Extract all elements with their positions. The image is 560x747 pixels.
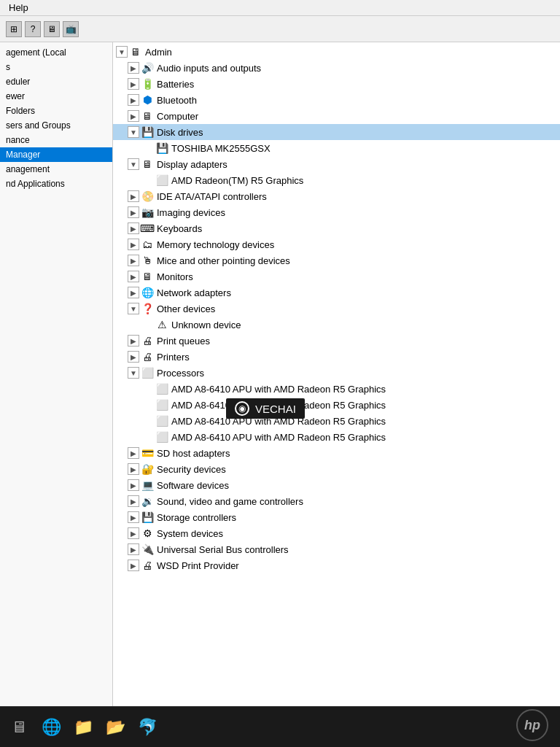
sidebar-item-nance[interactable]: nance xyxy=(0,133,112,147)
fingerprint-icon: ◉ xyxy=(235,401,249,416)
expand-print-queues[interactable]: ▶ xyxy=(128,335,139,347)
tree-node-display-adapters[interactable]: ▼ 🖥 Display adapters xyxy=(113,156,560,172)
taskbar-computer[interactable]: 🖥 xyxy=(6,714,32,740)
taskbar-edge[interactable]: 🌐 xyxy=(38,714,64,740)
tree-node-monitors[interactable]: ▶ 🖥 Monitors xyxy=(113,268,560,285)
expand-network[interactable]: ▶ xyxy=(128,287,139,298)
proc4-label: AMD A8-6410 APU with AMD Radeon R5 Graph… xyxy=(171,432,559,443)
monitor-icon: 🖥 xyxy=(141,270,154,283)
tree-node-proc3[interactable]: ⬜ AMD A8-6410 APU with AMD Radeon R5 Gra… xyxy=(113,413,560,429)
expand-usb[interactable]: ▶ xyxy=(128,543,139,555)
sidebar-item-users-groups[interactable]: sers and Groups xyxy=(0,118,112,133)
expand-batteries[interactable]: ▶ xyxy=(128,78,139,90)
tree-node-memory-tech[interactable]: ▶ 🗂 Memory technology devices xyxy=(113,236,560,252)
cpu2-icon: ⬜ xyxy=(155,398,168,411)
sidebar-item-folders[interactable]: Folders xyxy=(0,104,112,118)
tree-node-disk-drives[interactable]: ▼ 💾 Disk drives xyxy=(113,124,560,140)
sidebar-item-eduler[interactable]: eduler xyxy=(0,74,112,89)
hp-logo: hp xyxy=(516,709,548,741)
tree-node-printers[interactable]: ▶ 🖨 Printers xyxy=(113,349,560,365)
tree-node-other-devices[interactable]: ▼ ❓ Other devices xyxy=(113,301,560,317)
audio-icon: 🔊 xyxy=(141,61,154,74)
sidebar-item-ewer[interactable]: ewer xyxy=(0,89,112,104)
tree-node-amd-radeon[interactable]: ⬜ AMD Radeon(TM) R5 Graphics xyxy=(113,172,560,188)
menu-help[interactable]: Help xyxy=(6,1,31,14)
expand-wsd[interactable]: ▶ xyxy=(128,560,139,571)
tree-node-network[interactable]: ▶ 🌐 Network adapters xyxy=(113,285,560,301)
expand-other[interactable]: ▼ xyxy=(128,303,139,314)
expand-mice[interactable]: ▶ xyxy=(128,255,139,266)
amd-radeon-label: AMD Radeon(TM) R5 Graphics xyxy=(171,175,559,186)
expand-software[interactable]: ▶ xyxy=(128,479,139,491)
toolbar-monitor-icon[interactable]: 📺 xyxy=(63,21,79,37)
expand-system[interactable]: ▶ xyxy=(128,527,139,539)
expand-processors[interactable]: ▼ xyxy=(128,367,139,379)
tree-node-usb[interactable]: ▶ 🔌 Universal Serial Bus controllers xyxy=(113,541,560,557)
tree-node-system[interactable]: ▶ ⚙ System devices xyxy=(113,525,560,541)
expand-bluetooth[interactable]: ▶ xyxy=(128,94,139,106)
audio-label: Audio inputs and outputs xyxy=(157,63,559,74)
keyboards-label: Keyboards xyxy=(157,223,559,234)
sidebar-item-management-local[interactable]: agement (Local xyxy=(0,45,112,60)
sound-icon: 🔉 xyxy=(141,495,154,508)
tree-node-print-queues[interactable]: ▶ 🖨 Print queues xyxy=(113,333,560,349)
main-content: agement (Local s eduler ewer Folders ser… xyxy=(0,42,560,706)
tree-node-computer[interactable]: ▶ 🖥 Computer xyxy=(113,108,560,124)
toolbar-grid-icon[interactable]: ⊞ xyxy=(6,21,22,37)
computer2-icon: 🖥 xyxy=(141,109,154,123)
expand-audio[interactable]: ▶ xyxy=(128,62,139,74)
sidebar-item-applications[interactable]: nd Applications xyxy=(0,177,112,191)
tree-node-admin[interactable]: ▼ 🖥 Admin xyxy=(113,44,560,60)
expand-keyboards[interactable]: ▶ xyxy=(128,222,139,234)
expand-monitors[interactable]: ▶ xyxy=(128,271,139,282)
tree-node-ide[interactable]: ▶ 📀 IDE ATA/ATAPI controllers xyxy=(113,188,560,204)
tree-node-sound[interactable]: ▶ 🔉 Sound, video and game controllers xyxy=(113,493,560,509)
toshiba-label: TOSHIBA MK2555GSX xyxy=(171,143,559,154)
expand-computer[interactable]: ▶ xyxy=(128,110,139,122)
taskbar-dolphin[interactable]: 🐬 xyxy=(134,714,160,740)
tree-node-proc4[interactable]: ⬜ AMD A8-6410 APU with AMD Radeon R5 Gra… xyxy=(113,429,560,445)
tree-node-imaging[interactable]: ▶ 📷 Imaging devices xyxy=(113,204,560,220)
wsd-icon: 🖨 xyxy=(141,559,154,572)
tree-node-mice[interactable]: ▶ 🖱 Mice and other pointing devices xyxy=(113,252,560,268)
expand-imaging[interactable]: ▶ xyxy=(128,206,139,218)
expand-storage[interactable]: ▶ xyxy=(128,511,139,523)
processor-icon: ⬜ xyxy=(141,366,154,379)
other-icon: ❓ xyxy=(141,302,154,315)
sidebar-item-s[interactable]: s xyxy=(0,60,112,74)
tree-node-unknown[interactable]: ⚠ Unknown device xyxy=(113,317,560,333)
tree-node-processors[interactable]: ▼ ⬜ Processors xyxy=(113,365,560,381)
tree-node-security[interactable]: ▶ 🔐 Security devices xyxy=(113,461,560,477)
sidebar-item-anagement[interactable]: anagement xyxy=(0,162,112,177)
taskbar-folder[interactable]: 📁 xyxy=(70,714,96,740)
printer-icon: 🖨 xyxy=(141,350,154,363)
tree-node-proc1[interactable]: ⬜ AMD A8-6410 APU with AMD Radeon R5 Gra… xyxy=(113,381,560,397)
tree-node-software[interactable]: ▶ 💻 Software devices xyxy=(113,477,560,493)
expand-disk[interactable]: ▼ xyxy=(128,126,139,138)
tree-node-proc2[interactable]: ⬜ AMD A8-6410 APU with AMD Radeon R5 Gra… xyxy=(113,397,560,413)
expand-printers[interactable]: ▶ xyxy=(128,351,139,363)
toolbar-help-icon[interactable]: ? xyxy=(25,21,41,37)
print-queues-label: Print queues xyxy=(157,336,559,347)
toolbar-view-icon[interactable]: 🖥 xyxy=(44,21,60,37)
expand-admin[interactable]: ▼ xyxy=(116,46,128,58)
tree-node-storage[interactable]: ▶ 💾 Storage controllers xyxy=(113,509,560,525)
expand-display[interactable]: ▼ xyxy=(128,158,139,170)
tree-node-wsd[interactable]: ▶ 🖨 WSD Print Provider xyxy=(113,557,560,573)
expand-security[interactable]: ▶ xyxy=(128,463,139,475)
tree-node-toshiba[interactable]: 💾 TOSHIBA MK2555GSX xyxy=(113,140,560,156)
admin-label: Admin xyxy=(145,47,559,58)
sidebar-item-manager[interactable]: Manager xyxy=(0,147,112,162)
memory-icon: 🗂 xyxy=(141,238,154,251)
tree-node-audio[interactable]: ▶ 🔊 Audio inputs and outputs xyxy=(113,60,560,76)
expand-sd[interactable]: ▶ xyxy=(128,447,139,459)
tree-node-batteries[interactable]: ▶ 🔋 Batteries xyxy=(113,76,560,92)
taskbar-explorer[interactable]: 📂 xyxy=(102,714,128,740)
expand-memory[interactable]: ▶ xyxy=(128,239,139,250)
expand-sound[interactable]: ▶ xyxy=(128,495,139,507)
tree-node-bluetooth[interactable]: ▶ ⬢ Bluetooth xyxy=(113,92,560,108)
cpu1-icon: ⬜ xyxy=(155,382,168,395)
expand-ide[interactable]: ▶ xyxy=(128,190,139,202)
tree-node-keyboards[interactable]: ▶ ⌨ Keyboards xyxy=(113,220,560,236)
tree-node-sd-host[interactable]: ▶ 💳 SD host adapters xyxy=(113,445,560,461)
